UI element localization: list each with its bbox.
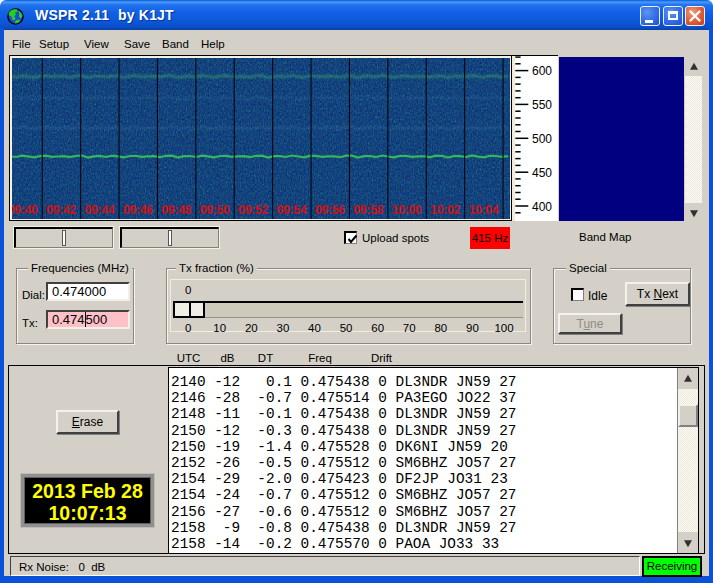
svg-text:500: 500 [532, 132, 552, 146]
svg-text:400: 400 [532, 200, 552, 214]
svg-text:450: 450 [532, 166, 552, 180]
svg-text:550: 550 [532, 98, 552, 112]
svg-text:600: 600 [532, 64, 552, 78]
